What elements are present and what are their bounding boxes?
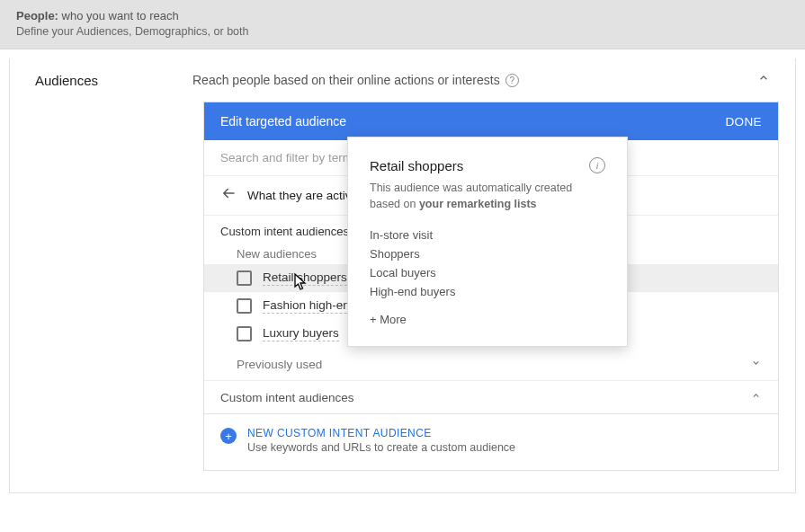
popover-item: Local buyers [370, 266, 605, 279]
page-header: People: who you want to reach Define you… [0, 0, 805, 49]
back-arrow-icon[interactable] [220, 185, 237, 206]
checkbox-icon[interactable] [237, 326, 252, 341]
checkbox-icon[interactable] [237, 298, 252, 314]
popover-more-link[interactable]: + More [370, 313, 605, 326]
edit-audience-panel: Edit targeted audience DONE Search and f… [203, 102, 779, 471]
audiences-card: Audiences Reach people based on their on… [9, 58, 796, 493]
audiences-description: Reach people based on their online actio… [192, 73, 754, 87]
popover-item: In-store visit [370, 228, 605, 242]
page-title-rest: who you want to reach [58, 9, 179, 22]
checkbox-icon[interactable] [237, 270, 252, 286]
help-icon[interactable]: ? [505, 74, 519, 87]
audiences-section-row[interactable]: Audiences Reach people based on their on… [10, 58, 795, 102]
audiences-label: Audiences [35, 73, 192, 88]
collapse-icon[interactable] [754, 71, 774, 89]
option-label: Retail shoppers [263, 270, 347, 286]
panel-header: Edit targeted audience DONE [204, 102, 778, 140]
chevron-down-icon [750, 357, 762, 371]
popover-description: This audience was automatically created … [370, 181, 605, 212]
popover-list: In-store visit Shoppers Local buyers Hig… [370, 228, 605, 298]
plus-circle-icon: + [220, 428, 237, 444]
audiences-description-text: Reach people based on their online actio… [192, 73, 500, 87]
popover-title: Retail shoppers [370, 158, 463, 173]
popover-item: High-end buyers [370, 285, 605, 298]
chevron-up-icon [750, 390, 762, 404]
custom-intent-row[interactable]: Custom intent audiences [204, 381, 778, 413]
page-subtitle: Define your Audiences, Demographics, or … [16, 25, 789, 38]
popover-desc-bold: your remarketing lists [419, 198, 537, 210]
info-icon[interactable]: i [589, 157, 605, 173]
option-label: Luxury buyers [263, 326, 339, 341]
new-custom-intent-subtitle: Use keywords and URLs to create a custom… [247, 441, 515, 454]
panel-title: Edit targeted audience [220, 114, 346, 129]
new-custom-intent-row[interactable]: + NEW CUSTOM INTENT AUDIENCE Use keyword… [204, 413, 778, 470]
previously-used-label: Previously used [237, 358, 322, 371]
done-button[interactable]: DONE [725, 115, 762, 129]
custom-intent-label: Custom intent audiences [220, 391, 354, 404]
previously-used-row[interactable]: Previously used [204, 348, 778, 380]
page-title-line: People: who you want to reach [16, 9, 789, 22]
audience-info-popover: Retail shoppers i This audience was auto… [347, 137, 628, 347]
page-title-prefix: People: [16, 9, 58, 22]
new-custom-intent-title: NEW CUSTOM INTENT AUDIENCE [247, 427, 515, 439]
popover-item: Shoppers [370, 247, 605, 261]
